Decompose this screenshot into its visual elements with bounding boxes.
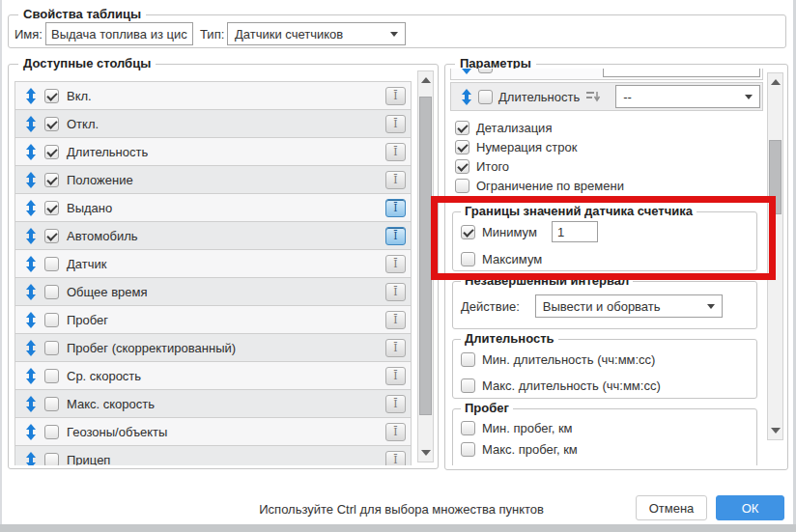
- table-name-input[interactable]: [45, 22, 193, 45]
- drag-handle-icon[interactable]: [460, 69, 472, 75]
- max-duration-checkbox[interactable]: [461, 378, 475, 393]
- info-button[interactable]: [385, 451, 406, 466]
- maximum-checkbox[interactable]: [461, 252, 475, 266]
- clipped-parameter-row[interactable]: [450, 69, 763, 80]
- info-button[interactable]: [385, 87, 406, 105]
- table-row[interactable]: Пробег (скорректированный): [14, 333, 412, 362]
- parameters-scrollbar[interactable]: [767, 72, 783, 440]
- option-row[interactable]: Детализация: [455, 118, 763, 137]
- table-row[interactable]: Общее время: [14, 277, 412, 306]
- table-row[interactable]: Ср. скорость: [14, 361, 412, 390]
- max-mileage-checkbox[interactable]: [461, 442, 475, 457]
- scroll-down-icon[interactable]: [418, 446, 433, 460]
- drag-handle-icon[interactable]: [24, 282, 37, 301]
- info-button[interactable]: [385, 115, 406, 133]
- table-row[interactable]: Макс. скорость: [14, 389, 412, 418]
- column-checkbox[interactable]: [44, 229, 59, 243]
- info-button[interactable]: [385, 395, 406, 413]
- info-button[interactable]: [385, 255, 406, 273]
- duration-group-select[interactable]: --: [615, 85, 760, 108]
- maximum-label: Максимум: [482, 252, 542, 266]
- table-row[interactable]: Прицеп: [14, 445, 412, 465]
- scroll-up-icon[interactable]: [418, 73, 433, 87]
- option-row[interactable]: Ограничение по времени: [455, 176, 763, 195]
- column-checkbox[interactable]: [44, 397, 59, 411]
- column-checkbox[interactable]: [44, 425, 59, 439]
- info-button[interactable]: [385, 171, 406, 189]
- column-label: Макс. скорость: [67, 397, 378, 411]
- time-limit-checkbox[interactable]: [455, 179, 469, 193]
- available-columns-legend: Доступные столбцы: [18, 56, 156, 70]
- drag-handle-icon[interactable]: [24, 86, 37, 105]
- drag-handle-icon[interactable]: [24, 142, 37, 161]
- parameter-select[interactable]: [603, 69, 760, 77]
- column-checkbox[interactable]: [44, 313, 59, 327]
- column-checkbox[interactable]: [44, 89, 59, 103]
- info-button[interactable]: [385, 227, 406, 245]
- column-checkbox[interactable]: [44, 145, 59, 159]
- column-checkbox[interactable]: [44, 285, 59, 299]
- info-button[interactable]: [385, 311, 406, 329]
- table-row[interactable]: Автомобиль: [14, 221, 412, 250]
- column-checkbox[interactable]: [44, 369, 59, 383]
- min-mileage-checkbox[interactable]: [461, 421, 475, 435]
- detail-checkbox[interactable]: [455, 121, 469, 135]
- duration-parameter-row[interactable]: Длительность --: [450, 82, 763, 111]
- column-checkbox[interactable]: [44, 173, 59, 187]
- drag-handle-icon[interactable]: [24, 366, 37, 385]
- table-row[interactable]: Геозоны/объекты: [14, 417, 412, 446]
- duration-checkbox[interactable]: [478, 90, 493, 104]
- parameter-checkbox[interactable]: [478, 69, 493, 73]
- cancel-button[interactable]: Отмена: [636, 495, 707, 520]
- sensor-bounds-group: Границы значений датчика счетчика Миниму…: [452, 211, 757, 271]
- minimum-checkbox[interactable]: [461, 225, 475, 239]
- row-numbering-checkbox[interactable]: [455, 140, 469, 154]
- min-duration-checkbox[interactable]: [461, 352, 475, 367]
- table-row[interactable]: Длительность: [14, 137, 412, 166]
- column-checkbox[interactable]: [44, 257, 59, 271]
- total-checkbox[interactable]: [455, 159, 469, 174]
- info-button[interactable]: [385, 367, 406, 385]
- table-row[interactable]: Положение: [14, 165, 412, 194]
- unfinished-interval-legend: Незавершенный интервал: [461, 273, 633, 288]
- info-button[interactable]: [385, 339, 406, 357]
- table-row[interactable]: Датчик: [14, 249, 412, 278]
- table-row[interactable]: Откл.: [14, 109, 412, 138]
- drag-handle-icon[interactable]: [24, 114, 37, 133]
- min-duration-label: Мин. длительность (чч:мм:сс): [482, 352, 655, 367]
- column-checkbox[interactable]: [44, 341, 59, 355]
- info-button[interactable]: [385, 283, 406, 301]
- drag-handle-icon[interactable]: [24, 310, 37, 329]
- scrollbar-thumb[interactable]: [419, 97, 432, 415]
- table-row[interactable]: Вкл.: [14, 81, 412, 110]
- drag-handle-icon[interactable]: [24, 198, 37, 217]
- minimum-label: Минимум: [482, 225, 537, 239]
- columns-scrollbar[interactable]: [417, 70, 434, 462]
- drag-handle-icon[interactable]: [24, 338, 37, 357]
- minimum-value-input[interactable]: [552, 221, 598, 242]
- table-type-select[interactable]: Датчики счетчиков: [227, 22, 406, 45]
- option-row[interactable]: Нумерация строк: [455, 137, 763, 156]
- drag-handle-icon[interactable]: [24, 170, 37, 189]
- table-row[interactable]: Пробег: [14, 305, 412, 334]
- drag-handle-icon[interactable]: [24, 226, 37, 245]
- drag-handle-icon[interactable]: [460, 87, 472, 106]
- drag-handle-icon[interactable]: [24, 254, 37, 273]
- scroll-down-icon[interactable]: [768, 424, 782, 437]
- action-select[interactable]: Вывести и оборвать: [535, 294, 723, 318]
- scroll-up-icon[interactable]: [768, 75, 782, 89]
- column-checkbox[interactable]: [44, 453, 59, 466]
- info-button[interactable]: [385, 423, 406, 441]
- column-checkbox[interactable]: [44, 201, 59, 215]
- drag-handle-icon[interactable]: [24, 450, 37, 465]
- column-label: Геозоны/объекты: [67, 425, 378, 439]
- info-button[interactable]: [385, 143, 406, 161]
- drag-handle-icon[interactable]: [24, 422, 37, 441]
- ok-button[interactable]: ОК: [716, 495, 784, 520]
- column-checkbox[interactable]: [44, 117, 59, 131]
- scrollbar-thumb[interactable]: [769, 140, 782, 214]
- info-button[interactable]: [385, 199, 406, 217]
- table-row[interactable]: Выдано: [14, 193, 412, 222]
- drag-handle-icon[interactable]: [24, 394, 37, 413]
- option-row[interactable]: Итого: [455, 156, 763, 176]
